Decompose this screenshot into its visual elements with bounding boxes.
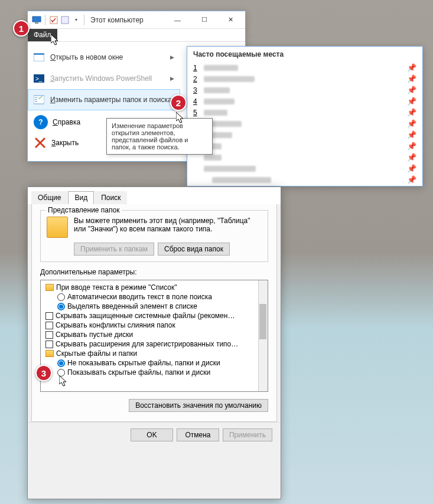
pin-icon[interactable]: 📌 — [407, 142, 416, 150]
check-hide-extensions[interactable] — [45, 341, 53, 348]
qat-dropdown-icon[interactable]: ▾ — [71, 15, 82, 25]
frequent-item[interactable]: 3📌 — [193, 84, 416, 96]
powershell-icon: >_ — [34, 73, 44, 84]
check-hide-merge[interactable] — [45, 322, 53, 329]
frequent-item[interactable]: 📌 — [193, 140, 416, 152]
ribbon: Файл — [28, 29, 245, 42]
tree-label: Не показывать скрытые файлы, папки и дис… — [67, 359, 220, 367]
pin-icon[interactable]: 📌 — [407, 108, 416, 117]
tree-label: Выделять введенный элемент в списке — [67, 302, 197, 310]
pin-icon[interactable]: 📌 — [407, 86, 416, 94]
tree-label: Автоматически вводить текст в поле поиск… — [67, 293, 212, 301]
menu-label: Изменить параметры папок и поиска — [50, 96, 174, 104]
check-hide-protected[interactable] — [45, 312, 53, 320]
svg-text:>_: >_ — [35, 76, 43, 82]
folder-options-dialog: Общие Вид Поиск Представление папок Вы м… — [27, 186, 281, 499]
frequent-item[interactable]: 📌 — [193, 152, 416, 163]
tree-group: Скрытые файлы и папки — [56, 349, 137, 358]
frequent-places-panel: Часто посещаемые места 1📌 2📌 3📌 4📌 5📌 📌 … — [187, 46, 423, 186]
frequent-item[interactable]: 5📌 — [193, 107, 416, 118]
tab-general[interactable]: Общие — [31, 191, 67, 204]
menu-help[interactable]: ? Справка — [34, 115, 80, 129]
svg-rect-10 — [35, 99, 37, 100]
menu-label: Закрыть — [51, 139, 79, 147]
menu-open-new-window[interactable]: Открыть в новом окне ▶ — [28, 47, 180, 68]
options-icon — [34, 94, 44, 105]
pin-icon[interactable]: 📌 — [407, 175, 416, 184]
group-description: Вы можете применить этот вид (например, … — [74, 217, 262, 233]
close-x-icon — [34, 136, 47, 149]
svg-rect-3 — [61, 17, 69, 24]
close-button[interactable]: ✕ — [217, 12, 244, 28]
pin-icon[interactable]: 📌 — [407, 130, 416, 139]
apply-to-folders-button[interactable]: Применить к папкам — [74, 243, 154, 256]
window-icon — [34, 52, 44, 63]
restore-defaults-button[interactable]: Восстановить значения по умолчанию — [129, 399, 268, 412]
folder-view-group: Представление папок Вы можете применить … — [40, 210, 268, 262]
apply-button[interactable]: Применить — [223, 428, 272, 441]
advanced-settings-label: Дополнительные параметры: — [40, 268, 268, 276]
menu-close[interactable]: Закрыть — [34, 136, 79, 149]
frequent-item[interactable]: 1📌 — [193, 62, 416, 73]
radio-select-typed[interactable] — [57, 303, 65, 310]
tooltip: Изменение параметров открытия элементов,… — [106, 118, 213, 155]
submenu-arrow-icon: ▶ — [170, 76, 174, 81]
svg-rect-9 — [35, 97, 37, 98]
group-label: Представление папок — [45, 206, 122, 214]
pin-icon[interactable]: 📌 — [407, 97, 416, 106]
svg-rect-5 — [34, 53, 44, 55]
tree-label: Показывать скрытые файлы, папки и диски — [67, 368, 210, 377]
annotation-badge-1: 1 — [13, 20, 30, 37]
cursor-icon — [59, 375, 67, 387]
svg-rect-1 — [35, 22, 38, 24]
tree-group: При вводе текста в режиме "Список" — [56, 283, 177, 292]
pin-icon[interactable]: 📌 — [407, 74, 416, 83]
cancel-button[interactable]: Отмена — [177, 428, 219, 441]
radio-auto-type[interactable] — [57, 293, 65, 301]
maximize-button[interactable]: ☐ — [191, 12, 217, 28]
frequent-item[interactable]: 📌 — [193, 118, 416, 129]
frequent-item[interactable]: 4📌 — [193, 96, 416, 107]
scrollbar[interactable] — [258, 280, 268, 391]
svg-rect-11 — [35, 101, 37, 102]
folder-icon — [45, 350, 54, 357]
radio-dont-show-hidden[interactable] — [57, 359, 65, 367]
titlebar: ▾ Этот компьютер — ☐ ✕ — [28, 11, 245, 29]
annotation-badge-2: 2 — [170, 94, 187, 111]
folder-icon — [45, 284, 54, 291]
tree-label: Скрывать пустые диски — [56, 330, 133, 339]
annotation-badge-3: 3 — [35, 365, 52, 381]
reset-folders-button[interactable]: Сброс вида папок — [158, 243, 230, 256]
ok-button[interactable]: OK — [131, 428, 173, 441]
window-title: Этот компьютер — [90, 16, 164, 24]
frequent-item[interactable]: 📌 — [193, 174, 416, 185]
pin-icon[interactable]: 📌 — [407, 153, 416, 162]
tree-label: Скрывать конфликты слияния папок — [56, 321, 175, 329]
tab-search[interactable]: Поиск — [95, 191, 127, 204]
frequent-item[interactable]: 📌 — [193, 129, 416, 140]
cursor-icon — [51, 34, 59, 46]
cursor-icon — [176, 112, 184, 124]
pin-icon[interactable]: 📌 — [407, 119, 416, 128]
menu-change-folder-options[interactable]: Изменить параметры папок и поиска — [28, 89, 180, 110]
tabs: Общие Вид Поиск — [28, 187, 281, 204]
menu-label: Справка — [53, 118, 80, 126]
pin-icon[interactable]: 📌 — [407, 63, 416, 72]
minimize-button[interactable]: — — [164, 12, 191, 28]
tab-view[interactable]: Вид — [68, 191, 94, 204]
tree-label: Скрывать защищенные системные файлы (рек… — [56, 312, 235, 320]
computer-icon — [31, 15, 42, 25]
tree-label: Скрывать расширения для зарегистрированн… — [56, 340, 238, 348]
properties-qat-icon[interactable] — [48, 15, 59, 25]
advanced-settings-tree[interactable]: При вводе текста в режиме "Список" Автом… — [40, 280, 268, 392]
frequent-item[interactable]: 📌 — [193, 163, 416, 174]
folder-icon — [47, 217, 68, 238]
pin-icon[interactable]: 📌 — [407, 164, 416, 173]
submenu-arrow-icon: ▶ — [170, 54, 174, 60]
frequent-places-title: Часто посещаемые места — [193, 50, 416, 58]
help-icon: ? — [34, 115, 48, 129]
qat-icon-2[interactable] — [60, 15, 70, 25]
frequent-item[interactable]: 2📌 — [193, 73, 416, 84]
svg-rect-0 — [32, 17, 41, 22]
check-hide-empty-drives[interactable] — [45, 331, 53, 339]
